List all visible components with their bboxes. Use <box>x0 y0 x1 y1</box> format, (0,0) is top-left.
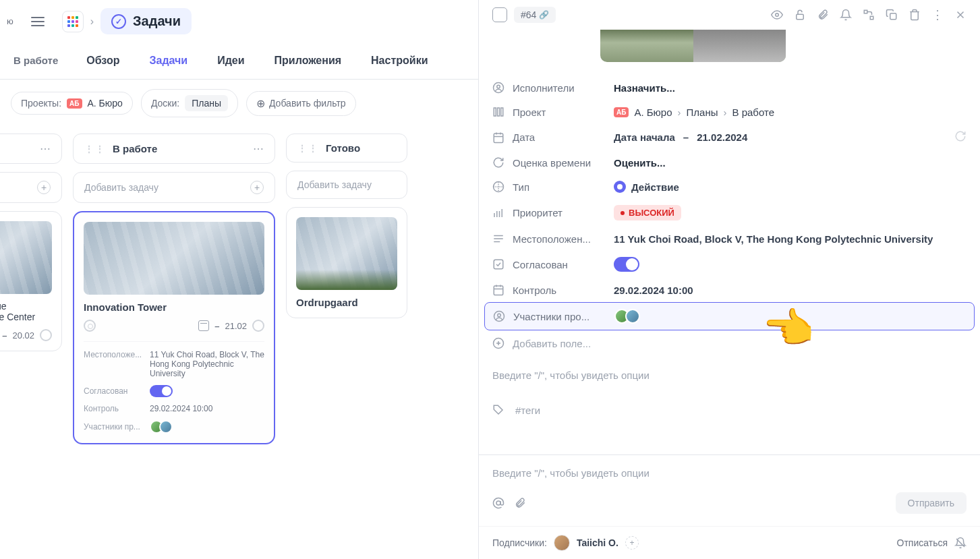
task-type-icon[interactable] <box>492 7 507 22</box>
card-image <box>84 222 264 295</box>
field-location[interactable]: Местоположен... 11 Yuk Choi Road, Block … <box>492 227 967 251</box>
dependency-icon[interactable] <box>863 9 875 21</box>
add-filter-button[interactable]: ⊕ Добавить фильтр <box>246 91 356 116</box>
project-filter[interactable]: Проекты: АБ А. Бюро <box>11 92 133 115</box>
kanban-board: ⋮⋮ ⋯ чу + маркетинговые 'haeno Science C… <box>0 127 478 451</box>
trash-icon[interactable] <box>909 9 921 21</box>
task-id-badge[interactable]: #64 🔗 <box>514 7 556 23</box>
svg-rect-12 <box>494 260 503 269</box>
column-header[interactable]: ⋮⋮Готово <box>286 134 407 163</box>
cover-image[interactable] <box>600 30 786 62</box>
assignee-icon <box>492 82 505 94</box>
menu-icon[interactable] <box>31 15 45 28</box>
mention-icon[interactable] <box>492 497 505 509</box>
add-field-button[interactable]: Добавить поле... <box>492 330 967 356</box>
page-indicator[interactable]: ✓ Задачи <box>100 8 192 34</box>
column-title: Готово <box>326 142 360 154</box>
tab-tasks[interactable]: Задачи <box>138 42 198 79</box>
column-menu-icon[interactable]: ⋯ <box>40 142 51 155</box>
close-icon[interactable] <box>954 9 967 21</box>
svg-rect-9 <box>501 108 503 116</box>
control-value[interactable]: 29.02.2024 10:00 <box>614 285 967 296</box>
field-value-text[interactable]: Оценить... <box>614 157 967 169</box>
lock-icon[interactable] <box>794 9 806 21</box>
tab-bar: В работе Обзор Задачи Идеи Приложения На… <box>0 42 478 80</box>
svg-point-17 <box>496 501 500 505</box>
main-panel: ю › ✓ Задачи В работе Обзор Задачи Идеи … <box>0 0 479 559</box>
breadcrumb-item: А. Бюро <box>634 107 672 118</box>
card-date: 21.02 <box>225 321 247 331</box>
card-image <box>0 221 52 294</box>
card-date: 20.02 <box>12 330 34 341</box>
subscriber-avatar[interactable] <box>554 535 570 551</box>
svg-rect-7 <box>494 108 496 116</box>
field-estimate[interactable]: Оценка времени Оценить... <box>492 150 967 175</box>
tab-overview[interactable]: Обзор <box>76 42 130 79</box>
priority-value[interactable]: ВЫСОКИЙ <box>614 205 967 220</box>
status-circle-icon[interactable] <box>252 320 264 332</box>
unsubscribe-button[interactable]: Отписаться <box>897 537 967 549</box>
header: ю › ✓ Задачи <box>0 0 478 42</box>
add-subscriber-button[interactable]: + <box>625 536 639 550</box>
column-menu-icon[interactable]: ⋯ <box>253 142 264 155</box>
plus-icon: + <box>37 181 51 194</box>
drag-icon[interactable]: ⋮⋮ <box>297 143 319 154</box>
field-label-text: Исполнители <box>513 82 575 94</box>
field-priority[interactable]: Приоритет ВЫСОКИЙ <box>492 199 967 227</box>
status-circle-icon[interactable] <box>40 329 52 341</box>
svg-point-0 <box>776 13 779 17</box>
approved-toggle[interactable] <box>614 257 639 272</box>
more-icon[interactable]: ⋮ <box>931 9 944 21</box>
clock-icon <box>492 156 505 169</box>
card-meta: – 21.02 <box>84 320 264 332</box>
app-switcher-icon[interactable] <box>62 11 84 32</box>
approved-toggle[interactable] <box>150 385 173 397</box>
task-card-selected[interactable]: Innovation Tower – 21.02 <box>73 211 275 444</box>
attachment-icon[interactable] <box>514 497 526 509</box>
location-value[interactable]: 11 Yuk Choi Road, Block V, The Hong Kong… <box>614 233 967 245</box>
field-assignees[interactable]: Исполнители Назначить... <box>492 76 967 100</box>
content-area[interactable]: Введите "/", чтобы увидеть опции <box>492 356 967 394</box>
checkbox-icon <box>492 258 505 270</box>
eye-icon[interactable] <box>771 9 783 21</box>
add-task-button[interactable]: Добавить задачу + <box>73 172 275 203</box>
field-label-text: Дата <box>513 131 535 143</box>
participants-avatars[interactable] <box>150 420 173 434</box>
field-date[interactable]: Дата Дата начала – 21.02.2024 <box>492 124 967 150</box>
add-task-button[interactable]: Добавить задачу <box>286 171 407 199</box>
attachment-icon[interactable] <box>817 9 829 21</box>
task-card[interactable]: маркетинговые 'haeno Science Center – 20… <box>0 211 62 351</box>
project-breadcrumb[interactable]: АБ А. Бюро › Планы › В работе <box>614 107 967 118</box>
tab-apps[interactable]: Приложения <box>264 42 353 79</box>
column-title: В работе <box>113 143 157 154</box>
comment-input[interactable]: Введите "/", чтобы увидеть опции <box>492 467 967 492</box>
send-button[interactable]: Отправить <box>896 492 967 514</box>
svg-rect-1 <box>797 14 804 20</box>
status-filter[interactable]: В работе <box>4 47 67 76</box>
add-task-button[interactable]: чу + <box>0 172 62 203</box>
column-header[interactable]: ⋮⋮ ⋯ <box>0 134 62 164</box>
sync-icon[interactable] <box>954 130 967 144</box>
field-type[interactable]: Тип Действие <box>492 175 967 199</box>
column-header[interactable]: ⋮⋮В работе ⋯ <box>73 134 275 164</box>
chevron-icon: › <box>678 107 681 118</box>
card-image <box>296 217 397 290</box>
type-value[interactable]: Действие <box>614 181 967 193</box>
field-project[interactable]: Проект АБ А. Бюро › Планы › В работе <box>492 100 967 124</box>
field-value-text[interactable]: Назначить... <box>614 82 967 94</box>
task-card[interactable]: Ordrupgaard <box>286 207 407 318</box>
tab-ideas[interactable]: Идеи <box>206 42 255 79</box>
tags-row[interactable]: #теги <box>492 394 967 425</box>
field-approved[interactable]: Согласован <box>492 251 967 278</box>
field-control[interactable]: Контроль 29.02.2024 10:00 <box>492 278 967 302</box>
bell-icon[interactable] <box>840 9 852 21</box>
copy-icon[interactable] <box>886 9 898 21</box>
board-filter[interactable]: Доски: Планы <box>141 89 238 117</box>
participants-avatars[interactable] <box>614 309 640 324</box>
field-value: 29.02.2024 10:00 <box>150 404 264 413</box>
drag-icon[interactable]: ⋮⋮ <box>84 144 106 154</box>
field-participants[interactable]: Участники про... <box>484 302 975 330</box>
date-value[interactable]: Дата начала – 21.02.2024 <box>614 130 967 144</box>
tab-settings[interactable]: Настройки <box>360 42 438 79</box>
field-label-text: Местоположен... <box>513 233 591 245</box>
